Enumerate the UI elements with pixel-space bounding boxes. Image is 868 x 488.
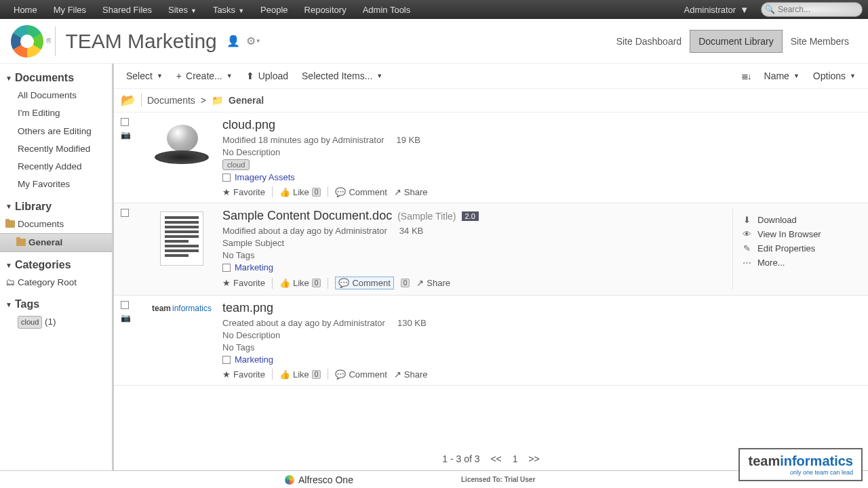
comment-icon: 💬 xyxy=(335,369,346,380)
star-icon: ★ xyxy=(222,187,231,197)
file-size: 19 KB xyxy=(396,135,420,145)
category-link[interactable]: Imagery Assets xyxy=(222,172,861,182)
document-title[interactable]: team.png xyxy=(222,301,861,315)
chevron-down-icon: ▼ xyxy=(5,75,12,82)
nav-home[interactable]: Home xyxy=(5,1,45,18)
favorite-button[interactable]: ★Favorite xyxy=(222,278,265,288)
tag[interactable]: cloud xyxy=(222,159,250,170)
modified-text: Created about a day ago by Administrator xyxy=(222,318,385,328)
site-nav-site-members[interactable]: Site Members xyxy=(783,30,857,52)
selected-items-button[interactable]: Selected Items...▼ xyxy=(296,68,388,84)
like-button[interactable]: 👍Like 0 xyxy=(279,278,321,288)
more-button[interactable]: ⋯More... xyxy=(741,256,861,270)
download-icon: ⬇ xyxy=(741,215,752,225)
nav-sites[interactable]: Sites▼ xyxy=(160,1,205,18)
sidebar-filter-recently-added[interactable]: Recently Added xyxy=(0,158,112,176)
nav-repository[interactable]: Repository xyxy=(296,1,355,18)
share-button[interactable]: ↗Share xyxy=(394,369,428,380)
category-link[interactable]: Marketing xyxy=(222,262,732,272)
sidebar-filter-others-are-editing[interactable]: Others are Editing xyxy=(0,123,112,140)
sidebar-filter-my-favorites[interactable]: My Favorites xyxy=(0,176,112,193)
pager-range: 1 - 3 of 3 xyxy=(442,453,479,464)
category-icon xyxy=(222,174,231,182)
tag-item[interactable]: cloud (1) xyxy=(0,313,112,331)
pager-next[interactable]: >> xyxy=(528,453,539,464)
document-row[interactable]: 📷teaminformaticsteam.pngCreated about a … xyxy=(114,296,868,386)
create-button[interactable]: +Create...▼ xyxy=(171,68,238,84)
no-tags: No Tags xyxy=(222,342,861,352)
sidebar-documents-header[interactable]: ▼Documents xyxy=(0,69,112,87)
sidebar-filter-all-documents[interactable]: All Documents xyxy=(0,87,112,104)
nav-people[interactable]: People xyxy=(252,1,296,18)
pager-page[interactable]: 1 xyxy=(513,453,518,464)
breadcrumb-root[interactable]: Documents xyxy=(147,95,195,106)
sort-field-button[interactable]: Name▼ xyxy=(759,68,805,84)
favorite-button[interactable]: ★Favorite xyxy=(222,369,265,380)
pager-prev[interactable]: << xyxy=(490,453,501,464)
nav-shared-files[interactable]: Shared Files xyxy=(94,1,160,18)
folder-up-icon[interactable]: 📂 xyxy=(121,93,136,108)
version-badge: 2.0 xyxy=(462,211,479,221)
sidebar: ▼Documents All DocumentsI'm EditingOther… xyxy=(0,64,114,470)
sidebar-library-header[interactable]: ▼Library xyxy=(0,198,112,216)
share-button[interactable]: ↗Share xyxy=(394,187,428,197)
sidebar-tags-header[interactable]: ▼Tags xyxy=(0,296,112,313)
row-checkbox[interactable] xyxy=(121,118,129,126)
share-icon: ↗ xyxy=(416,278,424,288)
library-folder-general[interactable]: General xyxy=(0,233,112,252)
site-header: ® TEAM Marketing 👤 ⚙▼ Site DashboardDocu… xyxy=(0,19,868,64)
site-nav-document-library[interactable]: Document Library xyxy=(690,30,783,53)
options-button[interactable]: Options▼ xyxy=(808,68,861,84)
sort-icon: ≣↓ xyxy=(741,71,751,81)
comment-button[interactable]: 💬Comment xyxy=(335,187,387,197)
upload-icon: ⬆ xyxy=(246,70,254,81)
invite-icon[interactable]: 👤 xyxy=(226,35,240,48)
select-button[interactable]: Select▼ xyxy=(121,68,168,84)
gear-icon[interactable]: ⚙▼ xyxy=(247,35,260,48)
row-checkbox[interactable] xyxy=(121,301,129,309)
category-root[interactable]: 🗂 Category Root xyxy=(0,274,112,291)
chevron-down-icon: ▼ xyxy=(238,7,244,14)
nav-admin-tools[interactable]: Admin Tools xyxy=(355,1,419,18)
footer: Alfresco One Licensed To: Trial User xyxy=(0,470,868,488)
comment-button[interactable]: 💬Comment xyxy=(335,277,393,289)
comment-icon: 💬 xyxy=(338,278,349,288)
comment-button[interactable]: 💬Comment xyxy=(335,369,387,380)
thumbnail[interactable] xyxy=(141,118,222,197)
thumbnail[interactable] xyxy=(141,209,222,289)
user-menu[interactable]: Administrator▼ xyxy=(677,1,755,18)
category-link[interactable]: Marketing xyxy=(222,354,861,365)
brand-watermark: teaminformatics only one team can lead xyxy=(738,448,863,481)
document-row[interactable]: 📷cloud.pngModified 18 minutes ago by Adm… xyxy=(114,113,868,203)
library-root[interactable]: Documents xyxy=(0,216,112,233)
modified-text: Modified 18 minutes ago by Administrator xyxy=(222,135,384,145)
comment-icon: 💬 xyxy=(335,187,346,197)
top-nav: HomeMy FilesShared FilesSites▼Tasks▼Peop… xyxy=(0,0,868,19)
thumbs-up-icon: 👍 xyxy=(279,369,290,380)
sidebar-filter-i-m-editing[interactable]: I'm Editing xyxy=(0,104,112,122)
like-button[interactable]: 👍Like 0 xyxy=(279,369,321,380)
document-title[interactable]: Sample Content Document.doc(Sample Title… xyxy=(222,209,732,223)
share-button[interactable]: ↗Share xyxy=(416,278,450,288)
site-nav-site-dashboard[interactable]: Site Dashboard xyxy=(608,30,690,52)
category-icon xyxy=(222,264,231,272)
document-title[interactable]: cloud.png xyxy=(222,118,861,132)
download-button[interactable]: ⬇Download xyxy=(741,213,861,227)
like-button[interactable]: 👍Like 0 xyxy=(279,187,321,197)
sidebar-categories-header[interactable]: ▼Categories xyxy=(0,256,112,274)
row-checkbox[interactable] xyxy=(121,209,129,217)
favorite-button[interactable]: ★Favorite xyxy=(222,187,265,197)
nav-my-files[interactable]: My Files xyxy=(45,1,94,18)
chevron-down-icon: ▼ xyxy=(740,5,749,15)
upload-button[interactable]: ⬆Upload xyxy=(241,68,294,84)
search-input[interactable] xyxy=(761,2,863,17)
document-row[interactable]: Sample Content Document.doc(Sample Title… xyxy=(114,203,868,296)
chevron-down-icon: ▼ xyxy=(191,7,197,14)
sidebar-filter-recently-modified[interactable]: Recently Modified xyxy=(0,140,112,158)
edit-properties-button[interactable]: ✎Edit Properties xyxy=(741,241,861,256)
site-title: TEAM Marketing xyxy=(65,30,216,53)
view-browser-button[interactable]: 👁View In Browser xyxy=(741,227,861,241)
sort-direction-button[interactable]: ≣↓ xyxy=(736,68,756,84)
thumbnail[interactable]: teaminformatics xyxy=(141,301,222,380)
nav-tasks[interactable]: Tasks▼ xyxy=(205,1,252,18)
